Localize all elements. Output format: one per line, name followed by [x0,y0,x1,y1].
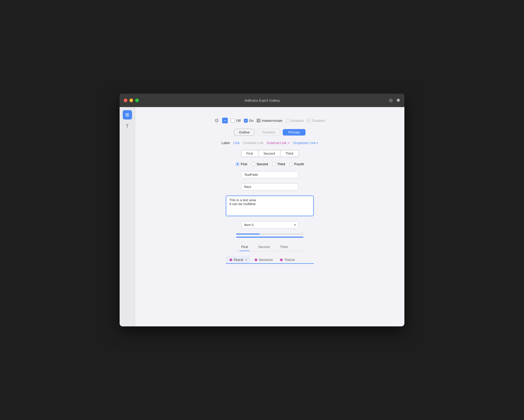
checkbox-row: ⚙ − Off On Indeterminate [214,117,325,124]
text-field-2[interactable] [241,183,298,190]
seg-first[interactable]: First [241,150,258,157]
file-tab-third[interactable]: ⬟ Third.kt [276,256,298,264]
radio-first-circle[interactable] [236,162,239,166]
progress-container [236,234,303,238]
primary-button[interactable]: Primary [283,129,306,136]
text-field-1[interactable] [241,171,298,178]
close-button[interactable] [124,99,127,102]
radio-fourth-label: Fourth [294,162,304,166]
sidebar-item-gallery[interactable]: ⊞ [123,110,132,119]
dropdown-link[interactable]: Dropdown Link [293,141,318,145]
progress-bar-1-fill [236,234,260,235]
kotlin-icon-2: ⬟ [254,258,257,262]
radio-second-circle[interactable] [251,162,255,166]
gallery-container: ⚙ − Off On Indeterminate [205,117,334,264]
github-icon[interactable]: ⊙ [389,98,393,103]
file-tab-third-label: Third.kt [284,258,295,262]
radio-third-label: Third [277,162,285,166]
gear-icon[interactable]: ⚙ [214,117,219,124]
dropdown-select[interactable]: Item 0 Item 1 Item 2 Item 3 [241,221,298,228]
checkbox-indeterminate[interactable]: Indeterminate [257,119,282,123]
file-tab-first-label: First.kt [234,258,243,262]
file-tabs: ⬟ First.kt ✕ ⬟ Second.kt ⬟ Third.kt [226,256,314,264]
close-tab-first-icon[interactable]: ✕ [245,258,247,261]
titlebar: JetBrains ExpUI Gallery ⊙ ✺ [120,94,404,107]
tab-bar: First Second Third [236,243,303,251]
link-link[interactable]: Link [233,141,239,145]
disabled-button: Disabled [257,129,280,136]
radio-fourth[interactable]: Fourth [289,162,304,166]
progress-bar-2-wrap [236,237,303,238]
checkbox-disabled-box [285,119,289,123]
external-link[interactable]: External Link [267,141,289,145]
minimize-button[interactable] [129,99,133,102]
content-area: ⊞ T ⚙ − Off On [120,107,404,326]
checkbox-on-label: On [249,119,253,123]
radio-second[interactable]: Second [251,162,268,166]
checkbox-disabled: Disabled [285,119,304,123]
radio-group: First Second Third Fourth [236,162,304,166]
checkbox-indeterminate-box[interactable] [257,119,260,123]
outline-button[interactable]: Outline [234,129,254,136]
file-tab-first[interactable]: ⬟ First.kt ✕ [226,256,251,264]
checkbox-disabled-checked: ✓ Disabled [307,119,325,123]
minus-button[interactable]: − [222,118,228,123]
checkbox-off[interactable]: Off [231,119,241,123]
radio-fourth-circle[interactable] [289,162,293,166]
text-icon: T [126,124,129,129]
checkbox-on-box[interactable] [244,119,248,123]
checkbox-off-label: Off [236,119,241,123]
radio-third[interactable]: Third [272,162,285,166]
radio-first-label: First [241,162,247,166]
checkbox-off-box[interactable] [231,119,235,123]
grid-icon: ⊞ [125,112,129,118]
maximize-button[interactable] [135,99,139,102]
file-tab-second[interactable]: ⬟ Second.kt [251,256,276,264]
checkbox-indeterminate-label: Indeterminate [262,119,282,123]
checkbox-disabled-label: Disabled [290,119,304,123]
main-window: JetBrains ExpUI Gallery ⊙ ✺ ⊞ T ⚙ − [120,94,404,326]
sidebar-item-typography[interactable]: T [123,122,132,131]
file-tab-second-label: Second.kt [259,258,273,262]
traffic-lights [124,99,139,102]
main-content: ⚙ − Off On Indeterminate [135,107,404,326]
window-title: JetBrains ExpUI Gallery [244,99,280,102]
link-label: Label [222,141,230,145]
tab-first[interactable]: First [236,243,253,251]
tab-third[interactable]: Third [275,243,293,251]
checkbox-on[interactable]: On [244,119,253,123]
textarea[interactable]: This is a text area It can be multiline [226,196,314,216]
theme-icon[interactable]: ✺ [396,98,400,103]
progress-bar-1-wrap [236,234,303,235]
dropdown-wrap: Item 0 Item 1 Item 2 Item 3 ▾ [241,221,298,228]
titlebar-actions: ⊙ ✺ [389,98,400,103]
radio-third-circle[interactable] [272,162,276,166]
seg-second[interactable]: Second [258,150,280,157]
disabled-link: Disabled Link [243,141,263,145]
kotlin-icon-3: ⬟ [280,258,283,262]
segmented-control[interactable]: First Second Third [241,150,299,157]
buttons-row: Outline Disabled Primary [234,129,306,136]
links-row: Label Link Disabled Link External Link D… [222,141,318,145]
checkbox-disabled-checked-label: Disabled [312,119,325,123]
seg-third[interactable]: Third [280,150,299,157]
tab-second[interactable]: Second [253,243,275,251]
kotlin-icon-1: ⬟ [229,258,232,262]
radio-second-label: Second [257,162,268,166]
radio-first[interactable]: First [236,162,247,166]
checkbox-disabled-checked-box: ✓ [307,119,311,123]
progress-bar-2-fill [236,237,303,238]
sidebar: ⊞ T [120,107,135,326]
